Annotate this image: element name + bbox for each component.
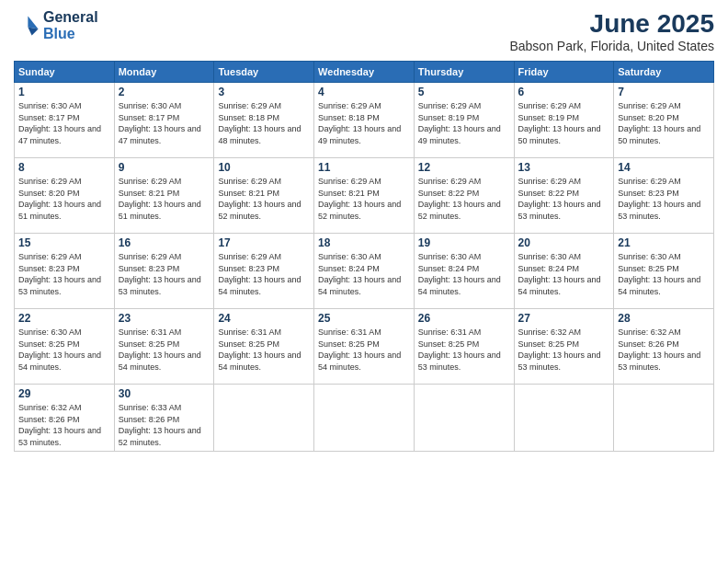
table-row: 24Sunrise: 6:31 AM Sunset: 8:25 PM Dayli… — [214, 309, 314, 385]
table-row: 4Sunrise: 6:29 AM Sunset: 8:18 PM Daylig… — [314, 83, 415, 158]
day-number: 22 — [18, 312, 110, 325]
col-tuesday: Tuesday — [214, 62, 314, 83]
day-number: 10 — [218, 161, 310, 174]
table-row: 12Sunrise: 6:29 AM Sunset: 8:22 PM Dayli… — [414, 158, 514, 234]
table-row — [214, 385, 314, 452]
table-row: 26Sunrise: 6:31 AM Sunset: 8:25 PM Dayli… — [414, 309, 514, 385]
day-info: Sunrise: 6:29 AM Sunset: 8:18 PM Dayligh… — [218, 100, 310, 146]
calendar-week-row: 1Sunrise: 6:30 AM Sunset: 8:17 PM Daylig… — [15, 83, 714, 158]
table-row: 16Sunrise: 6:29 AM Sunset: 8:23 PM Dayli… — [114, 234, 214, 309]
table-row: 20Sunrise: 6:30 AM Sunset: 8:24 PM Dayli… — [514, 234, 614, 309]
day-number: 17 — [218, 236, 310, 249]
calendar-week-row: 15Sunrise: 6:29 AM Sunset: 8:23 PM Dayli… — [15, 234, 714, 309]
table-row: 30Sunrise: 6:33 AM Sunset: 8:26 PM Dayli… — [114, 385, 214, 452]
day-number: 18 — [318, 236, 410, 249]
day-info: Sunrise: 6:29 AM Sunset: 8:18 PM Dayligh… — [318, 100, 410, 146]
day-info: Sunrise: 6:29 AM Sunset: 8:22 PM Dayligh… — [518, 176, 610, 222]
location-title: Babson Park, Florida, United States — [509, 39, 714, 53]
day-info: Sunrise: 6:29 AM Sunset: 8:19 PM Dayligh… — [518, 100, 610, 146]
day-info: Sunrise: 6:30 AM Sunset: 8:24 PM Dayligh… — [318, 251, 410, 297]
table-row: 2Sunrise: 6:30 AM Sunset: 8:17 PM Daylig… — [114, 83, 214, 158]
day-info: Sunrise: 6:31 AM Sunset: 8:25 PM Dayligh… — [418, 327, 510, 373]
day-number: 6 — [518, 86, 610, 98]
table-row: 11Sunrise: 6:29 AM Sunset: 8:21 PM Dayli… — [314, 158, 415, 234]
day-number: 3 — [218, 86, 310, 98]
day-info: Sunrise: 6:32 AM Sunset: 8:25 PM Dayligh… — [518, 327, 610, 373]
table-row: 27Sunrise: 6:32 AM Sunset: 8:25 PM Dayli… — [514, 309, 614, 385]
table-row: 8Sunrise: 6:29 AM Sunset: 8:20 PM Daylig… — [15, 158, 115, 234]
col-wednesday: Wednesday — [314, 62, 415, 83]
table-row: 10Sunrise: 6:29 AM Sunset: 8:21 PM Dayli… — [214, 158, 314, 234]
day-number: 16 — [119, 236, 210, 249]
table-row: 21Sunrise: 6:30 AM Sunset: 8:25 PM Dayli… — [614, 234, 714, 309]
day-info: Sunrise: 6:30 AM Sunset: 8:17 PM Dayligh… — [119, 100, 210, 146]
col-thursday: Thursday — [414, 62, 514, 83]
day-number: 30 — [119, 387, 210, 400]
day-number: 20 — [518, 236, 610, 249]
day-info: Sunrise: 6:29 AM Sunset: 8:23 PM Dayligh… — [18, 251, 110, 297]
day-info: Sunrise: 6:33 AM Sunset: 8:26 PM Dayligh… — [119, 402, 210, 448]
table-row: 1Sunrise: 6:30 AM Sunset: 8:17 PM Daylig… — [15, 83, 115, 158]
day-info: Sunrise: 6:31 AM Sunset: 8:25 PM Dayligh… — [218, 327, 310, 373]
day-number: 8 — [18, 161, 110, 174]
title-area: June 2025 Babson Park, Florida, United S… — [509, 9, 714, 53]
logo: General Blue — [14, 9, 98, 42]
calendar-week-row: 29Sunrise: 6:32 AM Sunset: 8:26 PM Dayli… — [15, 385, 714, 452]
day-info: Sunrise: 6:30 AM Sunset: 8:25 PM Dayligh… — [618, 251, 710, 297]
table-row — [314, 385, 415, 452]
table-row: 28Sunrise: 6:32 AM Sunset: 8:26 PM Dayli… — [614, 309, 714, 385]
day-number: 28 — [618, 312, 710, 325]
calendar-week-row: 22Sunrise: 6:30 AM Sunset: 8:25 PM Dayli… — [15, 309, 714, 385]
table-row: 29Sunrise: 6:32 AM Sunset: 8:26 PM Dayli… — [15, 385, 115, 452]
calendar-week-row: 8Sunrise: 6:29 AM Sunset: 8:20 PM Daylig… — [15, 158, 714, 234]
calendar: Sunday Monday Tuesday Wednesday Thursday… — [14, 61, 714, 452]
table-row — [414, 385, 514, 452]
col-friday: Friday — [514, 62, 614, 83]
table-row — [614, 385, 714, 452]
day-number: 12 — [418, 161, 510, 174]
month-title: June 2025 — [509, 9, 714, 39]
calendar-header-row: Sunday Monday Tuesday Wednesday Thursday… — [15, 62, 714, 83]
header-area: General Blue June 2025 Babson Park, Flor… — [14, 9, 714, 53]
table-row: 15Sunrise: 6:29 AM Sunset: 8:23 PM Dayli… — [15, 234, 115, 309]
day-number: 25 — [318, 312, 410, 325]
day-info: Sunrise: 6:30 AM Sunset: 8:25 PM Dayligh… — [18, 327, 110, 373]
day-info: Sunrise: 6:29 AM Sunset: 8:20 PM Dayligh… — [618, 100, 710, 146]
day-number: 29 — [18, 387, 110, 400]
table-row: 17Sunrise: 6:29 AM Sunset: 8:23 PM Dayli… — [214, 234, 314, 309]
day-info: Sunrise: 6:29 AM Sunset: 8:20 PM Dayligh… — [18, 176, 110, 222]
day-number: 9 — [119, 161, 210, 174]
logo-text: General Blue — [43, 9, 98, 42]
table-row: 25Sunrise: 6:31 AM Sunset: 8:25 PM Dayli… — [314, 309, 415, 385]
day-info: Sunrise: 6:30 AM Sunset: 8:24 PM Dayligh… — [518, 251, 610, 297]
day-number: 23 — [119, 312, 210, 325]
day-number: 19 — [418, 236, 510, 249]
table-row: 13Sunrise: 6:29 AM Sunset: 8:22 PM Dayli… — [514, 158, 614, 234]
day-info: Sunrise: 6:29 AM Sunset: 8:23 PM Dayligh… — [618, 176, 710, 222]
day-number: 21 — [618, 236, 710, 249]
day-info: Sunrise: 6:32 AM Sunset: 8:26 PM Dayligh… — [618, 327, 710, 373]
table-row — [514, 385, 614, 452]
day-info: Sunrise: 6:31 AM Sunset: 8:25 PM Dayligh… — [119, 327, 210, 373]
day-info: Sunrise: 6:29 AM Sunset: 8:21 PM Dayligh… — [119, 176, 210, 222]
page: General Blue June 2025 Babson Park, Flor… — [0, 0, 728, 563]
col-saturday: Saturday — [614, 62, 714, 83]
day-number: 5 — [418, 86, 510, 98]
day-number: 24 — [218, 312, 310, 325]
table-row: 6Sunrise: 6:29 AM Sunset: 8:19 PM Daylig… — [514, 83, 614, 158]
table-row: 19Sunrise: 6:30 AM Sunset: 8:24 PM Dayli… — [414, 234, 514, 309]
table-row: 7Sunrise: 6:29 AM Sunset: 8:20 PM Daylig… — [614, 83, 714, 158]
table-row: 18Sunrise: 6:30 AM Sunset: 8:24 PM Dayli… — [314, 234, 415, 309]
day-number: 15 — [18, 236, 110, 249]
day-number: 1 — [18, 86, 110, 98]
day-info: Sunrise: 6:29 AM Sunset: 8:19 PM Dayligh… — [418, 100, 510, 146]
table-row: 14Sunrise: 6:29 AM Sunset: 8:23 PM Dayli… — [614, 158, 714, 234]
day-info: Sunrise: 6:29 AM Sunset: 8:23 PM Dayligh… — [119, 251, 210, 297]
day-info: Sunrise: 6:29 AM Sunset: 8:21 PM Dayligh… — [318, 176, 410, 222]
table-row: 23Sunrise: 6:31 AM Sunset: 8:25 PM Dayli… — [114, 309, 214, 385]
day-number: 4 — [318, 86, 410, 98]
day-info: Sunrise: 6:32 AM Sunset: 8:26 PM Dayligh… — [18, 402, 110, 448]
day-number: 13 — [518, 161, 610, 174]
day-info: Sunrise: 6:30 AM Sunset: 8:24 PM Dayligh… — [418, 251, 510, 297]
day-number: 26 — [418, 312, 510, 325]
